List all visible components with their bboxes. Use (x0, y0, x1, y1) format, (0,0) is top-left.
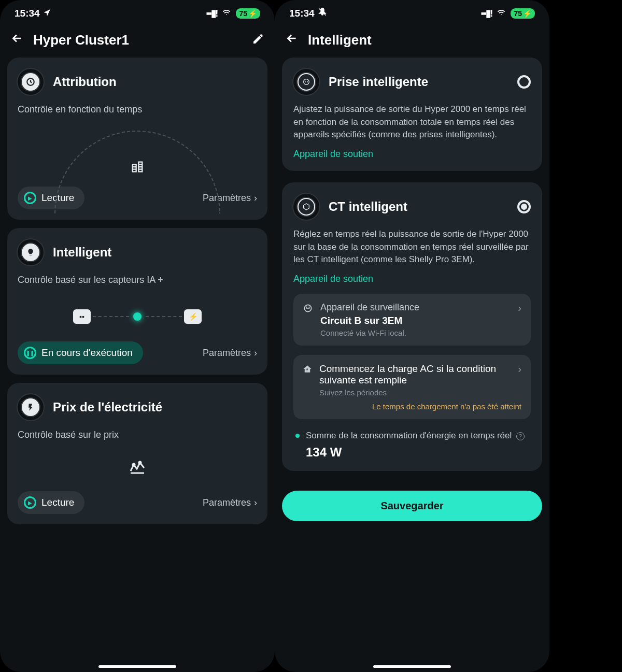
save-button[interactable]: Sauvegarder (282, 491, 542, 521)
card-title: Intelligent (53, 245, 111, 260)
realtime-metric: Somme de la consommation d'énergie en te… (293, 430, 531, 460)
card-title: Prix de l'électricité (53, 400, 162, 414)
header: Intelligent (275, 23, 549, 58)
device-meta: Connecté via Wi-Fi local. (320, 328, 511, 337)
status-time: 15:34 (15, 8, 40, 19)
svg-point-4 (305, 81, 306, 82)
device-icon: ▪▪ (73, 309, 91, 324)
play-label: Lecture (41, 497, 74, 508)
play-icon: ▶ (24, 496, 36, 509)
chevron-right-icon: › (254, 193, 257, 204)
battery-indicator: 75⚡ (511, 8, 535, 19)
card-description: Réglez en temps réel la puissance de sor… (293, 228, 531, 266)
back-button[interactable] (10, 32, 24, 48)
radio-smart-ct[interactable] (517, 200, 531, 213)
wifi-icon (496, 8, 506, 19)
flow-diagram: ▪▪ ⚡ (18, 296, 257, 337)
price-diagram (18, 451, 257, 487)
price-icon (18, 394, 44, 420)
card-title: Attribution (53, 75, 117, 89)
plug-icon (293, 69, 319, 95)
device-value: Circuit B sur 3EM (320, 315, 511, 326)
monitoring-device-row[interactable]: Appareil de surveillance Circuit B sur 3… (293, 294, 531, 346)
play-button[interactable]: ▶ Lecture (18, 491, 84, 514)
screen-left: 15:34 ▪▪▮! 75⚡ Hyper Cluster1 (0, 0, 275, 672)
condition-label: Commencez la charge AC si la condition s… (319, 363, 511, 386)
info-icon[interactable]: ? (516, 432, 525, 440)
metric-value: 134 W (306, 445, 525, 460)
card-subtitle: Contrôle basé sur le prix (18, 430, 257, 440)
status-time: 15:34 (289, 8, 315, 19)
signal-icon: ▪▪▮! (206, 7, 218, 19)
running-button[interactable]: ❚❚ En cours d'exécution (18, 341, 143, 364)
wifi-icon (221, 8, 232, 19)
svg-point-1 (133, 464, 135, 466)
running-label: En cours d'exécution (41, 347, 133, 359)
status-bar: 15:34 ▪▪▮! 75⚡ (275, 0, 549, 23)
signal-icon: ▪▪▮! (481, 7, 492, 19)
chevron-right-icon: › (254, 497, 257, 508)
svg-point-2 (139, 462, 141, 464)
card-description: Ajustez la puissance de sortie du Hyper … (293, 103, 531, 141)
device-label: Appareil de surveillance (320, 302, 511, 313)
plug-outline-icon (303, 303, 313, 316)
mute-icon (318, 7, 327, 19)
metric-label: Somme de la consommation d'énergie en te… (306, 430, 525, 442)
chevron-right-icon: › (254, 348, 257, 359)
cube-icon (293, 194, 319, 220)
page-title: Hyper Cluster1 (33, 32, 243, 48)
card-price: Prix de l'électricité Contrôle basé sur … (7, 383, 267, 524)
card-title: CT intelligent (329, 199, 407, 214)
house-icon (303, 364, 312, 376)
card-smart-ct: CT intelligent Réglez en temps réel la p… (282, 182, 542, 471)
active-dot-icon (133, 312, 142, 321)
page-title: Intelligent (308, 32, 539, 48)
back-button[interactable] (285, 32, 299, 48)
chevron-right-icon: › (518, 363, 521, 375)
status-dot-icon (295, 434, 300, 438)
card-subtitle: Contrôle basé sur les capteurs IA + (18, 275, 257, 285)
battery-indicator: 75⚡ (236, 8, 260, 19)
card-intelligent: Intelligent Contrôle basé sur les capteu… (7, 228, 267, 375)
time-diagram (18, 125, 257, 182)
pause-icon: ❚❚ (24, 347, 36, 359)
card-smart-plug: Prise intelligente Ajustez la puissance … (282, 58, 542, 171)
settings-link[interactable]: Paramètres › (203, 497, 257, 508)
support-device-link[interactable]: Appareil de soutien (293, 149, 531, 160)
chevron-right-icon: › (518, 302, 521, 314)
support-device-link[interactable]: Appareil de soutien (293, 274, 531, 284)
card-attribution: Attribution Contrôle en fonction du temp… (7, 58, 267, 220)
screen-right: 15:34 ▪▪▮! 75⚡ Intelligent (275, 0, 549, 672)
play-icon: ▶ (24, 192, 36, 204)
clock-icon (18, 69, 44, 95)
card-title: Prise intelligente (329, 75, 428, 89)
radio-smart-plug[interactable] (517, 75, 531, 89)
bulb-icon (18, 239, 44, 265)
svg-point-3 (304, 79, 309, 85)
condition-meta: Suivez les périodes (319, 388, 511, 397)
charge-condition-row[interactable]: Commencez la charge AC si la condition s… (293, 355, 531, 419)
svg-point-5 (307, 81, 308, 82)
edit-icon[interactable] (252, 33, 264, 47)
warning-text: Le temps de chargement n'a pas été attei… (303, 402, 521, 411)
settings-link[interactable]: Paramètres › (203, 348, 257, 359)
home-indicator[interactable] (373, 665, 451, 668)
bolt-icon: ⚡ (184, 309, 202, 324)
home-indicator[interactable] (98, 665, 176, 668)
status-bar: 15:34 ▪▪▮! 75⚡ (0, 0, 275, 23)
header: Hyper Cluster1 (0, 23, 275, 58)
location-icon (43, 8, 51, 19)
chart-icon (130, 461, 145, 478)
card-subtitle: Contrôle en fonction du temps (18, 104, 257, 115)
